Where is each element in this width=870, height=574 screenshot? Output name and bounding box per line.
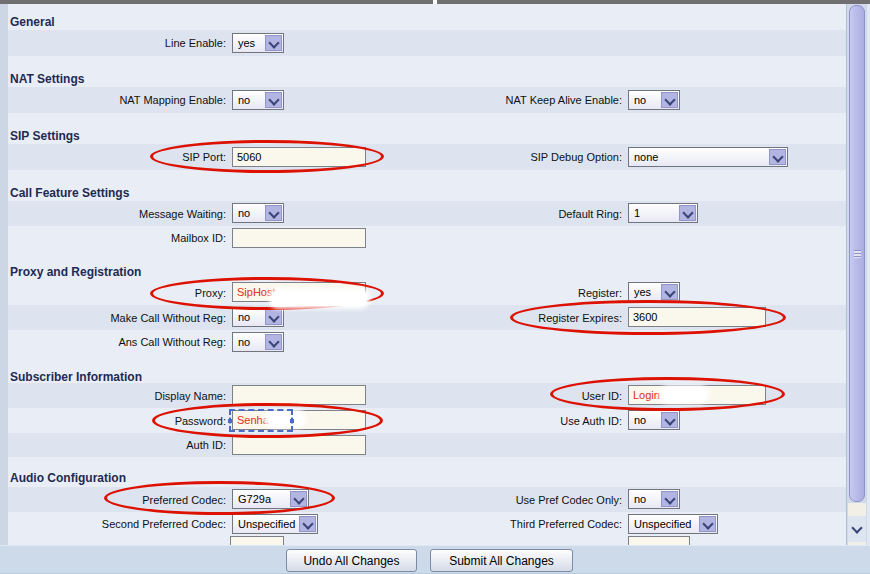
auth-id-input[interactable] — [232, 435, 366, 455]
line-settings-page: General Line Enable: yes NAT Settings NA… — [0, 0, 870, 574]
redaction-smudge-proxy — [272, 291, 367, 306]
tab-strip-edge — [0, 0, 870, 4]
section-title-audio-configuration: Audio Configuration — [10, 471, 126, 485]
undo-all-changes-button[interactable]: Undo All Changes — [286, 549, 417, 572]
chevron-down-icon[interactable] — [265, 309, 282, 325]
nat-keep-alive-enable-label: NAT Keep Alive Enable: — [348, 87, 622, 113]
selection-handle — [290, 419, 294, 423]
select-value: no — [238, 336, 250, 348]
sip-debug-option-select[interactable]: none — [628, 147, 788, 167]
select-value: none — [634, 151, 658, 163]
chevron-down-icon[interactable] — [265, 205, 282, 221]
selection-handle — [228, 419, 232, 423]
form-row-auth-id: Auth ID: — [8, 433, 846, 457]
section-title-general: General — [10, 15, 55, 29]
form-row-proxy: Proxy: SipHost Register: yes — [8, 280, 846, 305]
display-name-label: Display Name: — [8, 383, 226, 408]
chevron-down-icon[interactable] — [699, 516, 716, 532]
select-value: no — [238, 311, 250, 323]
use-auth-id-label: Use Auth ID: — [348, 408, 622, 433]
make-call-without-reg-select[interactable]: no — [232, 307, 284, 327]
scrollbar-down-button[interactable] — [848, 516, 866, 542]
use-pref-codec-only-select[interactable]: no — [628, 489, 680, 509]
ans-call-without-reg-label: Ans Call Without Reg: — [8, 330, 226, 354]
chevron-down-icon[interactable] — [265, 35, 282, 51]
vertical-scrollbar[interactable] — [846, 4, 867, 545]
nat-mapping-enable-select[interactable]: no — [232, 90, 284, 110]
second-preferred-codec-label: Second Preferred Codec: — [8, 512, 226, 536]
chevron-down-icon[interactable] — [661, 412, 678, 428]
section-title-sip-settings: SIP Settings — [10, 129, 80, 143]
annotation-oval-register-expires — [510, 300, 786, 335]
form-row-message-waiting: Message Waiting: no Default Ring: 1 — [8, 201, 846, 226]
select-value: no — [238, 94, 250, 106]
message-waiting-label: Message Waiting: — [8, 201, 226, 226]
annotation-oval-sip-port — [150, 140, 384, 173]
select-value: 1 — [634, 207, 640, 219]
select-value: yes — [634, 286, 651, 298]
third-preferred-codec-label: Third Preferred Codec: — [348, 512, 622, 536]
default-ring-label: Default Ring: — [348, 201, 622, 226]
form-row-second-codec: Second Preferred Codec: Unspecified Thir… — [8, 512, 846, 536]
select-value: no — [634, 414, 646, 426]
redaction-smudge-user-id — [662, 388, 706, 401]
section-title-call-feature: Call Feature Settings — [10, 186, 129, 200]
register-select[interactable]: yes — [628, 282, 680, 302]
line-enable-label: Line Enable: — [8, 30, 226, 56]
select-value: Unspecified — [634, 518, 691, 530]
default-ring-select[interactable]: 1 — [628, 203, 698, 223]
select-value: yes — [238, 37, 255, 49]
form-row-nat: NAT Mapping Enable: no NAT Keep Alive En… — [8, 87, 846, 113]
tab-divider — [433, 0, 437, 4]
select-value: no — [634, 493, 646, 505]
submit-all-changes-button[interactable]: Submit All Changes — [430, 549, 573, 572]
second-preferred-codec-select[interactable]: Unspecified — [232, 514, 318, 534]
form-row-ans-call: Ans Call Without Reg: no — [8, 330, 846, 354]
form-row-sip: SIP Port: 5060 SIP Debug Option: none — [8, 144, 846, 170]
section-title-nat-settings: NAT Settings — [10, 72, 84, 86]
chevron-down-icon[interactable] — [661, 92, 678, 108]
chevron-down-icon[interactable] — [661, 284, 678, 300]
select-value: no — [238, 207, 250, 219]
form-row-password: Password: Senha Use Auth ID: no — [8, 408, 846, 433]
chevron-down-icon[interactable] — [661, 491, 678, 507]
section-title-subscriber-information: Subscriber Information — [10, 370, 142, 384]
section-title-proxy-registration: Proxy and Registration — [10, 265, 141, 279]
form-row-line-enable: Line Enable: yes — [8, 30, 846, 56]
use-pref-codec-only-label: Use Pref Codec Only: — [348, 487, 622, 512]
mailbox-id-input[interactable] — [232, 228, 366, 248]
chevron-down-icon — [851, 522, 862, 533]
select-value: no — [634, 94, 646, 106]
auth-id-label: Auth ID: — [8, 433, 226, 457]
ans-call-without-reg-select[interactable]: no — [232, 332, 284, 352]
select-value: Unspecified — [238, 518, 295, 530]
chevron-down-icon[interactable] — [679, 205, 696, 221]
nat-mapping-enable-label: NAT Mapping Enable: — [8, 87, 226, 113]
chevron-down-icon[interactable] — [265, 334, 282, 350]
scrollbar-grip-icon — [854, 250, 861, 258]
display-name-input[interactable] — [232, 385, 366, 405]
use-auth-id-select[interactable]: no — [628, 410, 680, 430]
chevron-down-icon[interactable] — [769, 149, 786, 165]
left-margin — [0, 4, 8, 545]
mailbox-id-label: Mailbox ID: — [8, 226, 226, 250]
message-waiting-select[interactable]: no — [232, 203, 284, 223]
form-row-mailbox-id: Mailbox ID: — [8, 226, 846, 250]
third-preferred-codec-select[interactable]: Unspecified — [628, 514, 718, 534]
annotation-oval-preferred-codec — [104, 481, 335, 515]
scrollbar-thumb[interactable] — [849, 5, 865, 502]
footer-bar: Undo All Changes Submit All Changes — [0, 545, 870, 574]
sip-debug-option-label: SIP Debug Option: — [348, 144, 622, 170]
chevron-down-icon[interactable] — [299, 516, 316, 532]
selection-marquee — [229, 409, 293, 432]
chevron-down-icon[interactable] — [265, 92, 282, 108]
make-call-without-reg-label: Make Call Without Reg: — [8, 305, 226, 330]
nat-keep-alive-enable-select[interactable]: no — [628, 90, 680, 110]
line-enable-select[interactable]: yes — [232, 33, 284, 53]
